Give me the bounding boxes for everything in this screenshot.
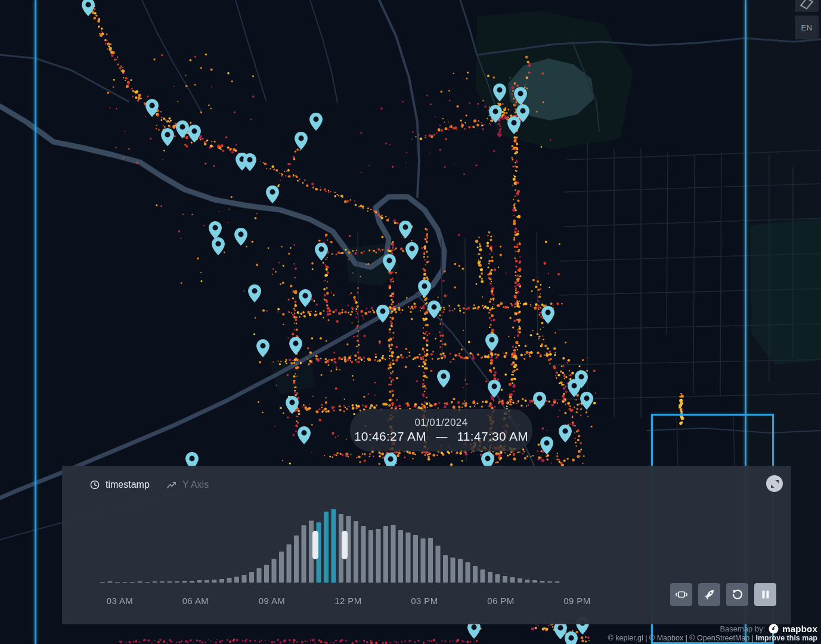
map-pin[interactable]: [437, 370, 450, 388]
reset-button[interactable]: [726, 583, 748, 606]
histogram-bar: [153, 581, 157, 583]
range-start-time: 10:46:27 AM: [354, 429, 426, 444]
improve-map-link[interactable]: Improve this map: [756, 634, 818, 642]
axis-tick-label: 12 PM: [324, 596, 372, 606]
axis-tick-label: 03 PM: [401, 596, 448, 606]
pin-icon: [176, 120, 189, 138]
axis-tick-label: 09 AM: [248, 596, 296, 606]
pin-icon: [559, 425, 572, 442]
map-pin[interactable]: [188, 125, 201, 143]
axis-tick-label: 06 AM: [172, 596, 219, 606]
histogram-handle-left[interactable]: [312, 531, 318, 559]
map-pin[interactable]: [376, 305, 389, 323]
pin-icon: [161, 128, 174, 146]
map-pin[interactable]: [82, 0, 95, 16]
histogram-bar: [518, 578, 522, 583]
map-pin[interactable]: [315, 243, 328, 261]
playback-controls: [670, 583, 776, 606]
histogram-bar: [451, 558, 456, 583]
pin-icon: [145, 99, 159, 117]
polygon-draw-icon: [799, 0, 814, 12]
histogram-bar: [130, 582, 135, 583]
map-pin[interactable]: [176, 120, 189, 138]
time-filter-panel: timestamp Y Axis 03 AM06 AM09 AM12 PM03 …: [62, 466, 791, 624]
map-pin[interactable]: [145, 99, 159, 117]
pin-icon: [289, 337, 302, 355]
map-pin[interactable]: [485, 333, 498, 351]
histogram-bar: [510, 577, 515, 583]
histogram-bar: [368, 530, 373, 583]
reset-icon: [732, 589, 743, 600]
map-pin[interactable]: [212, 237, 225, 255]
histogram-bar: [466, 562, 470, 583]
map-pin[interactable]: [234, 228, 247, 246]
histogram-bar: [287, 544, 292, 583]
map-pin[interactable]: [209, 221, 222, 239]
pin-icon: [309, 113, 323, 131]
language-label: EN: [801, 23, 812, 32]
map-pin[interactable]: [541, 306, 554, 324]
pin-icon: [533, 392, 546, 410]
map-pin[interactable]: [266, 185, 279, 203]
pin-icon: [437, 370, 450, 388]
histogram-bar: [547, 581, 552, 583]
map-pin[interactable]: [299, 289, 312, 307]
map-pin[interactable]: [256, 339, 269, 357]
histogram-bar: [242, 575, 247, 583]
pin-icon: [315, 243, 328, 261]
map-pin[interactable]: [540, 436, 553, 454]
map-pin[interactable]: [295, 132, 308, 150]
map-pin[interactable]: [488, 380, 501, 398]
kepler-map-app: 01/01/2024 10:46:27 AM — 11:47:30 AM EN …: [0, 0, 821, 644]
map-pin[interactable]: [507, 116, 521, 134]
histogram-bar: [168, 581, 172, 583]
map-pin[interactable]: [161, 128, 174, 146]
histogram-bar: [488, 572, 492, 583]
map-pin[interactable]: [533, 392, 546, 410]
histogram-bar: [249, 572, 254, 583]
speed-button[interactable]: [698, 583, 720, 606]
histogram-bar: [383, 526, 388, 583]
pin-icon: [405, 242, 419, 260]
pause-button[interactable]: [754, 583, 776, 606]
pin-icon: [580, 392, 593, 410]
map-pin[interactable]: [418, 280, 431, 298]
map-pin[interactable]: [489, 105, 502, 123]
pin-icon: [383, 254, 396, 272]
histogram-bar: [481, 569, 485, 583]
map-pin[interactable]: [248, 284, 261, 302]
mapbox-logo-icon[interactable]: [769, 624, 779, 634]
map-pin[interactable]: [514, 87, 527, 105]
mapbox-wordmark[interactable]: mapbox: [782, 624, 817, 633]
animation-window-button[interactable]: [670, 583, 692, 606]
map-pin[interactable]: [309, 113, 323, 131]
map-pin[interactable]: [298, 426, 311, 444]
map-pin[interactable]: [559, 425, 572, 442]
histogram-bar: [182, 581, 187, 583]
pin-icon: [209, 221, 222, 239]
map-pin[interactable]: [243, 153, 256, 171]
histogram-handle-right[interactable]: [342, 531, 348, 559]
map-pin[interactable]: [493, 83, 506, 101]
pin-icon: [493, 83, 506, 101]
map-pin[interactable]: [289, 337, 302, 355]
histogram-bar: [272, 559, 277, 583]
attribution-links[interactable]: © kepler.gl | © Mapbox | © OpenStreetMap…: [608, 634, 756, 642]
map-pin[interactable]: [286, 396, 299, 414]
map-pin[interactable]: [580, 392, 593, 410]
map-pin[interactable]: [383, 254, 396, 272]
current-time-range: 10:46:27 AM — 11:47:30 AM: [354, 429, 528, 444]
histogram-bar: [197, 580, 202, 583]
map-pin[interactable]: [399, 221, 412, 239]
pin-icon: [418, 280, 431, 298]
pin-icon: [427, 301, 441, 318]
map-pin[interactable]: [405, 242, 419, 260]
map-pin[interactable]: [427, 301, 441, 318]
map-draw-button[interactable]: [795, 0, 819, 12]
map-pin[interactable]: [568, 379, 581, 397]
histogram-bar: [361, 526, 366, 583]
pause-icon: [761, 590, 770, 599]
pin-icon: [399, 221, 412, 239]
language-button[interactable]: EN: [795, 16, 819, 39]
histogram-bar: [532, 580, 537, 583]
